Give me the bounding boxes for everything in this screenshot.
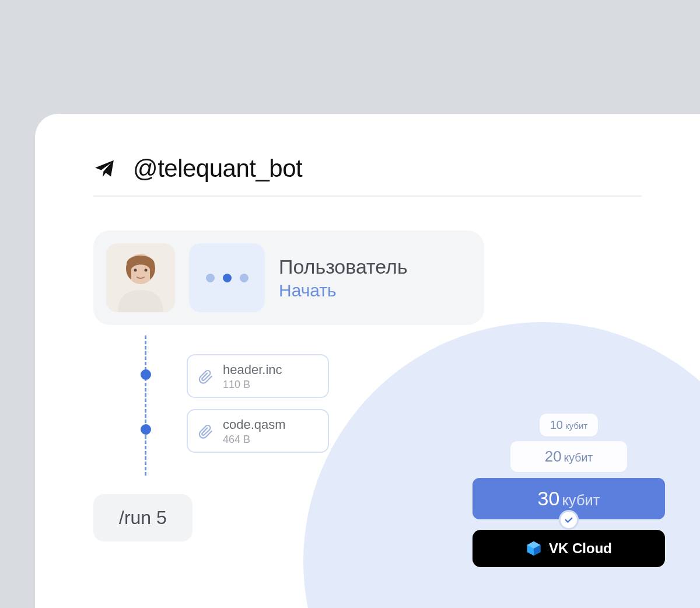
vk-cube-icon (526, 540, 542, 557)
option-number: 10 (550, 418, 563, 432)
provider-vk-cloud[interactable]: VK Cloud (473, 530, 665, 567)
attachment-filename: header.inc (223, 362, 282, 378)
check-icon (559, 510, 579, 530)
typing-dot (206, 274, 215, 282)
chat-header: @telequant_bot (93, 155, 642, 197)
thread-dot (141, 424, 151, 435)
user-message-row: Пользователь Начать (93, 230, 484, 325)
qubit-options: 10 кубит 20 кубит 30 кубит VK Cloud (473, 414, 665, 567)
attachment-item[interactable]: header.inc 110 B (187, 354, 329, 398)
attachment-item[interactable]: code.qasm 464 B (187, 409, 329, 453)
option-number: 30 (538, 487, 560, 510)
typing-indicator (189, 243, 265, 312)
user-action-link[interactable]: Начать (279, 281, 408, 300)
user-text: Пользователь Начать (279, 256, 408, 300)
typing-dot (223, 274, 232, 282)
option-unit: кубит (562, 492, 600, 509)
typing-dot (240, 274, 249, 282)
option-number: 20 (545, 448, 562, 466)
thread-dot (141, 369, 151, 380)
option-20-qubit[interactable]: 20 кубит (510, 441, 627, 472)
attachment-size: 110 B (223, 379, 282, 391)
option-unit: кубит (565, 421, 587, 431)
paperclip-icon (198, 424, 214, 439)
bot-handle: @telequant_bot (133, 155, 302, 183)
option-10-qubit[interactable]: 10 кубит (540, 414, 598, 436)
attachment-size: 464 B (223, 434, 286, 446)
svg-point-2 (134, 269, 137, 272)
attachment-filename: code.qasm (223, 417, 286, 432)
option-30-qubit-selected[interactable]: 30 кубит (473, 478, 665, 519)
provider-label: VK Cloud (549, 540, 612, 557)
option-unit: кубит (564, 451, 593, 464)
command-chip[interactable]: /run 5 (93, 494, 192, 541)
user-name: Пользователь (279, 256, 408, 278)
user-avatar (106, 243, 175, 312)
svg-point-3 (145, 269, 148, 272)
paperclip-icon (198, 369, 214, 385)
telegram-icon (93, 158, 116, 180)
thread-line (145, 336, 146, 476)
